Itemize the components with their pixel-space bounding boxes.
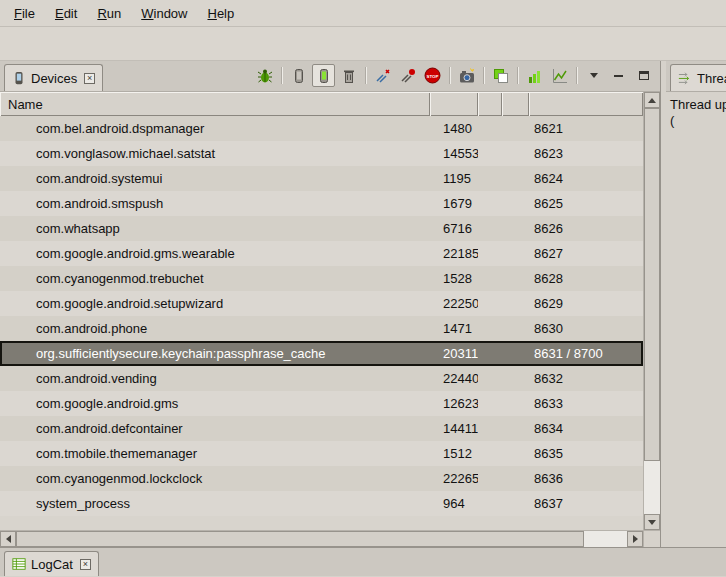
process-name: org.sufficientlysecure.keychain:passphra… [0, 346, 430, 361]
process-port: 8624 [529, 171, 643, 186]
process-pid: 1512 [430, 446, 478, 461]
process-name: com.vonglasow.michael.satstat [0, 146, 430, 161]
process-port: 8628 [529, 271, 643, 286]
process-pid: 1195 [430, 171, 478, 186]
toolbar-separator [483, 67, 484, 84]
column-header-port[interactable] [529, 92, 643, 116]
network-graph-icon[interactable] [548, 64, 571, 87]
process-port: 8629 [529, 296, 643, 311]
process-name: com.cyanogenmod.trebuchet [0, 271, 430, 286]
process-pid: 14553 [430, 146, 478, 161]
table-row[interactable]: com.google.android.gms.wearable 22185 86… [0, 241, 643, 266]
tab-devices-label: Devices [31, 71, 77, 86]
table-row[interactable]: org.sufficientlysecure.keychain:passphra… [0, 341, 643, 366]
tab-logcat-close-icon[interactable]: × [80, 559, 91, 570]
process-pid: 6716 [430, 221, 478, 236]
hierarchy-view-icon[interactable] [489, 64, 512, 87]
table-row[interactable]: com.whatsapp 6716 8626 [0, 216, 643, 241]
process-pid: 964 [430, 496, 478, 511]
horizontal-scroll-track[interactable] [16, 531, 627, 547]
cause-gc-icon[interactable] [337, 64, 360, 87]
main-toolbar [0, 27, 726, 61]
table-row[interactable]: com.cyanogenmod.lockclock 22265 8636 [0, 466, 643, 491]
process-pid: 1528 [430, 271, 478, 286]
process-pid: 22250 [430, 296, 478, 311]
screen-capture-icon[interactable] [455, 64, 478, 87]
vertical-scrollbar[interactable] [643, 92, 660, 530]
menu-window[interactable]: Window [132, 2, 196, 25]
column-header-pid[interactable] [430, 92, 478, 116]
table-row[interactable]: com.vonglasow.michael.satstat 14553 8623 [0, 141, 643, 166]
horizontal-scroll-thumb[interactable] [16, 531, 584, 547]
stop-process-icon[interactable]: STOP [421, 64, 444, 87]
tab-threads-label: Threads [697, 71, 726, 86]
table-row[interactable]: com.google.android.gms 12623 8633 [0, 391, 643, 416]
table-row[interactable]: com.android.defcontainer 14411 8634 [0, 416, 643, 441]
process-pid: 1480 [430, 121, 478, 136]
process-port: 8635 [529, 446, 643, 461]
vertical-scroll-thumb[interactable] [644, 108, 660, 461]
menu-file[interactable]: File [5, 2, 44, 25]
tab-logcat[interactable]: LogCat × [4, 551, 99, 576]
process-name: com.bel.android.dspmanager [0, 121, 430, 136]
scroll-left-icon[interactable] [0, 531, 16, 547]
process-pid: 1679 [430, 196, 478, 211]
table-row[interactable]: com.bel.android.dspmanager 1480 8621 [0, 116, 643, 141]
table-row[interactable]: com.google.android.setupwizard 22250 862… [0, 291, 643, 316]
table-row[interactable]: system_process 964 8637 [0, 491, 643, 516]
column-header-spare-1[interactable] [478, 92, 502, 116]
scroll-down-icon[interactable] [644, 514, 660, 530]
update-heap-icon[interactable] [287, 64, 310, 87]
process-port: 8632 [529, 371, 643, 386]
threads-panel: Threads Thread up( [666, 61, 726, 547]
table-row[interactable]: com.android.smspush 1679 8625 [0, 191, 643, 216]
vertical-scroll-track[interactable] [644, 108, 660, 514]
method-profiling-icon[interactable] [396, 64, 419, 87]
process-port: 8626 [529, 221, 643, 236]
tab-threads[interactable]: Threads [670, 64, 726, 91]
column-header-name[interactable]: Name [0, 92, 430, 116]
process-name: com.android.defcontainer [0, 421, 430, 436]
tab-devices[interactable]: Devices × [4, 64, 103, 91]
menu-run[interactable]: Run [88, 2, 130, 25]
table-row[interactable]: com.android.vending 22440 8632 [0, 366, 643, 391]
process-port: 8625 [529, 196, 643, 211]
menu-bar: File Edit Run Window Help [0, 0, 726, 27]
update-threads-icon[interactable] [371, 64, 394, 87]
toolbar-separator [449, 67, 450, 84]
devices-tabstrip: Devices × [0, 61, 660, 92]
maximize-icon[interactable] [632, 64, 655, 87]
profiling-bars-icon[interactable] [523, 64, 546, 87]
debug-icon[interactable] [253, 64, 276, 87]
process-name: com.android.vending [0, 371, 430, 386]
toolbar-separator [517, 67, 518, 84]
scroll-right-icon[interactable] [627, 531, 643, 547]
process-name: com.cyanogenmod.lockclock [0, 471, 430, 486]
tab-devices-close-icon[interactable]: × [84, 73, 95, 84]
device-table: Name com.bel.android.dspmanager 1480 862… [0, 92, 660, 530]
devices-toolbar: STOP [253, 64, 655, 87]
process-name: com.android.smspush [0, 196, 430, 211]
process-port: 8630 [529, 321, 643, 336]
column-header-spare-2[interactable] [502, 92, 529, 116]
table-row[interactable]: com.tmobile.thememanager 1512 8635 [0, 441, 643, 466]
dump-hprof-icon[interactable] [312, 64, 335, 87]
process-port: 8634 [529, 421, 643, 436]
process-port: 8631 / 8700 [529, 346, 643, 361]
process-port: 8623 [529, 146, 643, 161]
scroll-up-icon[interactable] [644, 92, 660, 108]
horizontal-scrollbar[interactable] [0, 531, 643, 547]
table-header: Name [0, 92, 643, 116]
minimize-icon[interactable] [607, 64, 630, 87]
process-name: com.google.android.setupwizard [0, 296, 430, 311]
device-icon [12, 71, 26, 85]
menu-help[interactable]: Help [198, 2, 243, 25]
process-name: com.google.android.gms [0, 396, 430, 411]
menu-edit[interactable]: Edit [46, 2, 86, 25]
table-row[interactable]: com.android.systemui 1195 8624 [0, 166, 643, 191]
view-menu-icon[interactable] [582, 64, 605, 87]
process-name: system_process [0, 496, 430, 511]
table-row[interactable]: com.android.phone 1471 8630 [0, 316, 643, 341]
process-pid: 20311 [430, 346, 478, 361]
table-row[interactable]: com.cyanogenmod.trebuchet 1528 8628 [0, 266, 643, 291]
